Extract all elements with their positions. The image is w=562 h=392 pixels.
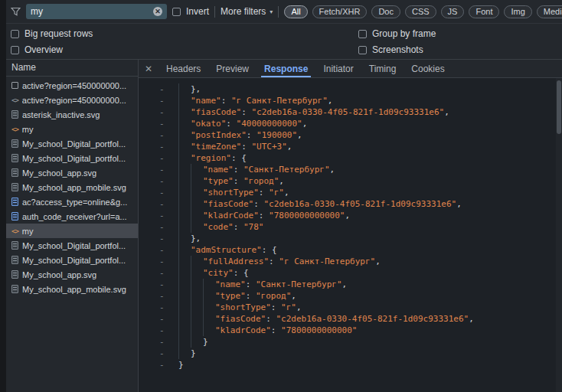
tab-initiator[interactable]: Initiator — [315, 60, 361, 77]
window-edge — [0, 0, 6, 392]
tab-timing[interactable]: Timing — [361, 60, 404, 77]
tab-response[interactable]: Response — [256, 60, 315, 77]
request-row[interactable]: ac?access_type=online&g... — [6, 194, 138, 209]
tab-preview[interactable]: Preview — [208, 60, 256, 77]
indent-guide — [178, 302, 191, 313]
request-row[interactable]: My_school_Digital_portfol... — [6, 253, 138, 267]
code-text: "fiasCode": "c2deb16a-0330-4f05-821f-1d0… — [215, 313, 474, 325]
filter-chips: AllFetch/XHRDocCSSJSFontImgMediaM — [284, 5, 562, 18]
filter-chip-css[interactable]: CSS — [405, 5, 436, 18]
filter-chip-doc[interactable]: Doc — [371, 5, 400, 18]
more-filters-button[interactable]: More filters ▾ — [221, 6, 273, 17]
indent-guide — [178, 256, 191, 267]
code-line: -"code": "78" — [139, 221, 562, 233]
request-row[interactable]: <>active?region=450000000... — [6, 93, 138, 107]
code-text: } — [191, 348, 196, 359]
request-row[interactable]: <>my — [6, 224, 138, 238]
indent-guide — [203, 325, 215, 336]
code-line: -"postIndex": "190000", — [139, 129, 562, 141]
request-panel: Name active?region=450000000...<>active?… — [6, 59, 139, 392]
invert-checkbox[interactable] — [172, 8, 181, 16]
filter-chip-media[interactable]: Media — [537, 5, 562, 18]
indent-guide — [203, 290, 215, 302]
code-text: } — [178, 359, 184, 371]
request-row[interactable]: My_school_app_mobile.svg — [6, 180, 138, 194]
filter-chip-fetch-xhr[interactable]: Fetch/XHR — [312, 5, 368, 18]
filter-funnel-icon — [11, 7, 21, 17]
indent-guide — [178, 187, 191, 198]
request-name: my — [22, 227, 34, 236]
code-text: } — [203, 336, 208, 348]
filter-chip-img[interactable]: Img — [504, 5, 531, 18]
request-name: auth_code_receiver?url=a... — [22, 212, 127, 221]
request-row[interactable]: My_school_Digital_portfol... — [6, 238, 138, 253]
close-icon[interactable]: ✕ — [139, 60, 158, 77]
indent-guide — [191, 302, 203, 313]
scrollbar-track[interactable] — [556, 78, 562, 392]
indent-guide — [178, 95, 191, 106]
request-row[interactable]: My_school_Digital_portfol... — [6, 136, 138, 151]
request-list: active?region=450000000...<>active?regio… — [6, 77, 138, 392]
fold-marker: - — [139, 256, 178, 267]
response-code: -},-"name": "г Санкт-Петербург",-"fiasCo… — [139, 83, 562, 371]
fold-marker: - — [139, 267, 178, 279]
request-name: ac?access_type=online&g... — [22, 198, 127, 207]
code-text: "fullAddress": "г Санкт-Петербург", — [203, 256, 381, 267]
detail-panel: ✕ HeadersPreviewResponseInitiatorTimingC… — [139, 59, 562, 392]
indent-guide — [191, 336, 203, 348]
code-text: "shortType": "г", — [203, 187, 289, 198]
group-by-frame-checkbox[interactable] — [358, 30, 367, 38]
overview-checkbox[interactable] — [11, 46, 19, 54]
fold-marker: - — [139, 325, 178, 336]
indent-guide — [191, 256, 203, 267]
document-icon — [11, 270, 18, 279]
tab-cookies[interactable]: Cookies — [404, 60, 452, 77]
request-row[interactable]: auth_code_receiver?url=a... — [6, 209, 138, 224]
request-name: My_school_Digital_portfol... — [22, 139, 126, 149]
scrollbar-thumb[interactable] — [557, 80, 561, 134]
code-text: "kladrCode": "7800000000000", — [203, 210, 350, 221]
screenshots-checkbox[interactable] — [358, 46, 367, 54]
code-line: -"type": "город", — [139, 290, 562, 302]
big-request-rows-checkbox[interactable] — [11, 30, 19, 38]
name-column-header[interactable]: Name — [6, 60, 138, 77]
request-row[interactable]: My_school_app.svg — [6, 267, 138, 282]
document-icon — [11, 139, 18, 148]
request-row[interactable]: My_school_Digital_portfol... — [6, 151, 138, 165]
request-name: asterisk_inactive.svg — [22, 110, 100, 119]
clear-filter-icon[interactable]: ✕ — [153, 7, 162, 16]
document-icon — [11, 285, 18, 293]
indent-guide — [178, 267, 191, 279]
request-row[interactable]: <>my — [6, 122, 138, 136]
document-icon — [11, 241, 18, 250]
filter-chip-js[interactable]: JS — [441, 5, 465, 18]
indent-guide — [178, 83, 191, 95]
request-row[interactable]: My_school_app_mobile.svg — [6, 282, 138, 296]
fold-marker: - — [139, 244, 178, 256]
fold-marker: - — [139, 187, 178, 198]
code-line: -"name": "г Санкт-Петербург", — [139, 95, 562, 106]
fold-marker: - — [139, 106, 178, 118]
group-by-frame-label: Group by frame — [372, 28, 436, 39]
request-row[interactable]: My_school_app.svg — [6, 165, 138, 180]
request-row[interactable]: active?region=450000000... — [6, 78, 138, 93]
request-row[interactable]: asterisk_inactive.svg — [6, 107, 138, 122]
filter-box[interactable]: ✕ — [26, 4, 167, 19]
code-line: -}, — [139, 83, 562, 95]
indent-guide — [178, 129, 191, 141]
option-big-request-rows: Big request rows — [11, 28, 93, 40]
tab-headers[interactable]: Headers — [158, 60, 208, 77]
filter-input[interactable] — [31, 6, 149, 17]
request-name: My_school_app_mobile.svg — [22, 183, 126, 192]
fold-marker: - — [139, 279, 178, 290]
filter-chip-font[interactable]: Font — [469, 5, 499, 18]
network-filter-toolbar: ✕ Invert More filters ▾ AllFetch/XHRDocC… — [6, 0, 562, 24]
code-text: "code": "78" — [203, 221, 264, 233]
filter-chip-all[interactable]: All — [284, 5, 307, 18]
code-line: -"admStructure": { — [139, 244, 562, 256]
code-line: -} — [139, 336, 562, 348]
square-icon — [11, 82, 18, 89]
fold-marker: - — [139, 359, 178, 371]
code-line: -"shortType": "г", — [139, 187, 562, 198]
document-icon — [11, 183, 18, 191]
